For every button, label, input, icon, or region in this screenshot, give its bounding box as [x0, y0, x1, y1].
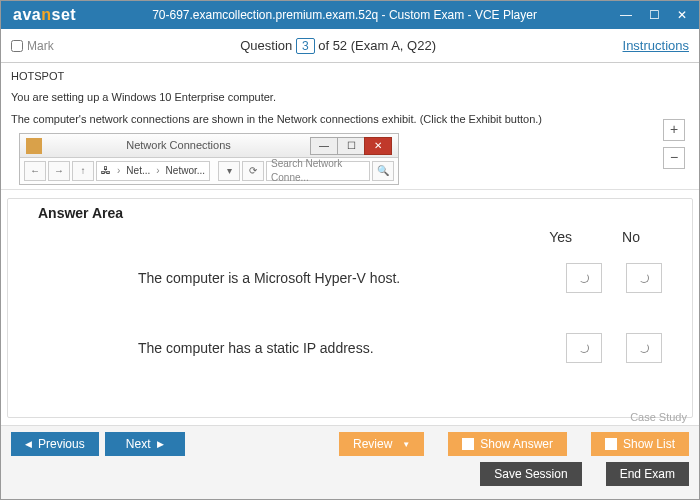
- zoom-out-button[interactable]: −: [663, 147, 685, 169]
- mark-checkbox-input[interactable]: [11, 40, 23, 52]
- minimize-button[interactable]: —: [613, 5, 639, 25]
- folder-icon: [26, 138, 42, 154]
- question-line-1: HOTSPOT: [11, 69, 689, 84]
- exhibit-nav: ← → ↑ 🖧 Net... Networ... ▾ ⟳ Search Netw…: [20, 158, 398, 184]
- maximize-button[interactable]: ☐: [641, 5, 667, 25]
- app-logo: avanset: [13, 6, 76, 24]
- window-controls: — ☐ ✕: [613, 5, 695, 25]
- answer-question-1: The computer is a Microsoft Hyper-V host…: [38, 270, 542, 286]
- mark-label: Mark: [27, 39, 54, 53]
- show-answer-button[interactable]: Show Answer: [448, 432, 567, 456]
- answer-1-yes[interactable]: [566, 263, 602, 293]
- answer-area: Answer Area Yes No The computer is a Mic…: [7, 198, 693, 418]
- nav-back-button[interactable]: ←: [24, 161, 46, 181]
- titlebar: avanset 70-697.examcollection.premium.ex…: [1, 1, 699, 29]
- exhibit-close-button[interactable]: ✕: [364, 137, 392, 155]
- answer-2-no[interactable]: [626, 333, 662, 363]
- exhibit-minimize-button[interactable]: —: [310, 137, 338, 155]
- nav-up-button[interactable]: ↑: [72, 161, 94, 181]
- search-icon[interactable]: 🔍: [372, 161, 394, 181]
- mark-checkbox[interactable]: Mark: [11, 39, 54, 53]
- show-list-button[interactable]: Show List: [591, 432, 689, 456]
- previous-button[interactable]: Previous: [11, 432, 99, 456]
- header-no: No: [622, 229, 640, 245]
- show-answer-checkbox[interactable]: [462, 438, 474, 450]
- exhibit-titlebar: Network Connections — ☐ ✕: [20, 134, 398, 158]
- question-number: 3: [296, 38, 315, 54]
- footer: Previous Next Review Show Answer Show Li…: [1, 425, 699, 499]
- zoom-controls: + −: [663, 119, 685, 169]
- exhibit-title: Network Connections: [46, 138, 311, 153]
- breadcrumb[interactable]: 🖧 Net... Networ...: [96, 161, 210, 181]
- question-line-2: You are setting up a Windows 10 Enterpri…: [11, 90, 689, 105]
- close-button[interactable]: ✕: [669, 5, 695, 25]
- question-text: HOTSPOT You are setting up a Windows 10 …: [1, 63, 699, 190]
- answer-1-no[interactable]: [626, 263, 662, 293]
- answer-row: The computer is a Microsoft Hyper-V host…: [38, 263, 662, 293]
- nav-refresh-button[interactable]: ⟳: [242, 161, 264, 181]
- answer-header-row: Yes No: [38, 229, 662, 245]
- question-bar: Mark Question 3 of 52 (Exam A, Q22) Inst…: [1, 29, 699, 63]
- nav-forward-button[interactable]: →: [48, 161, 70, 181]
- next-button[interactable]: Next: [105, 432, 185, 456]
- question-indicator: Question 3 of 52 (Exam A, Q22): [54, 38, 623, 54]
- exhibit-search-input[interactable]: Search Network Conne...: [266, 161, 370, 181]
- case-study-label: Case Study: [630, 411, 687, 423]
- answer-question-2: The computer has a static IP address.: [38, 340, 542, 356]
- save-session-button[interactable]: Save Session: [480, 462, 581, 486]
- review-button[interactable]: Review: [339, 432, 424, 456]
- answer-2-yes[interactable]: [566, 333, 602, 363]
- answer-area-title: Answer Area: [38, 205, 662, 221]
- show-list-checkbox[interactable]: [605, 438, 617, 450]
- window-title: 70-697.examcollection.premium.exam.52q -…: [76, 8, 613, 22]
- answer-row: The computer has a static IP address.: [38, 333, 662, 363]
- header-yes: Yes: [549, 229, 572, 245]
- nav-dropdown-button[interactable]: ▾: [218, 161, 240, 181]
- end-exam-button[interactable]: End Exam: [606, 462, 689, 486]
- question-line-3: The computer's network connections are s…: [11, 112, 689, 127]
- instructions-link[interactable]: Instructions: [623, 38, 689, 53]
- exhibit-window: Network Connections — ☐ ✕ ← → ↑ 🖧 Net...…: [19, 133, 399, 185]
- content-area: HOTSPOT You are setting up a Windows 10 …: [1, 63, 699, 425]
- exhibit-maximize-button[interactable]: ☐: [337, 137, 365, 155]
- network-icon: 🖧: [101, 164, 111, 178]
- zoom-in-button[interactable]: +: [663, 119, 685, 141]
